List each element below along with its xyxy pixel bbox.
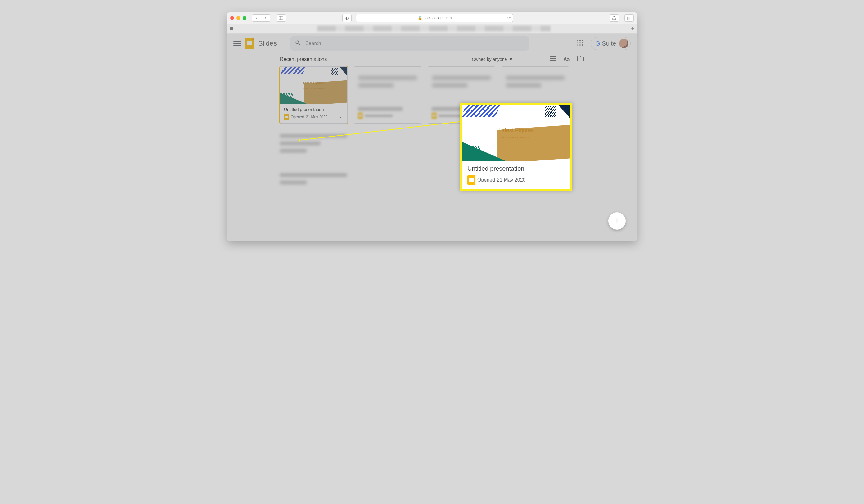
presentation-card-blurred[interactable] bbox=[354, 67, 421, 123]
open-file-picker-icon[interactable] bbox=[577, 56, 584, 63]
new-presentation-fab[interactable]: + bbox=[608, 212, 626, 230]
view-options: AZ↓ bbox=[550, 56, 584, 63]
svg-point-10 bbox=[577, 44, 578, 46]
search-box[interactable]: Search bbox=[290, 36, 529, 51]
avatar[interactable] bbox=[619, 39, 628, 48]
browser-window: ‹ › ◐ 🔒 docs.google.com ⟳ + bbox=[227, 12, 637, 241]
search-icon bbox=[295, 40, 301, 47]
chevron-down-icon: ▼ bbox=[509, 57, 513, 62]
callout-opened-date: 21 May 2020 bbox=[497, 177, 526, 183]
sidebar-toggle-button[interactable] bbox=[277, 14, 286, 22]
tabs-overview-button[interactable] bbox=[624, 14, 634, 22]
opened-prefix: Opened bbox=[291, 115, 304, 119]
section-header: Recent presentations Owned by anyone ▼ A… bbox=[280, 56, 584, 63]
gsuite-account-button[interactable]: GG Suite Suite bbox=[591, 37, 631, 50]
opened-date: 21 May 2020 bbox=[306, 115, 327, 119]
svg-point-12 bbox=[581, 44, 583, 46]
browser-titlebar: ‹ › ◐ 🔒 docs.google.com ⟳ bbox=[227, 12, 637, 24]
sort-az-icon[interactable]: AZ↓ bbox=[563, 57, 571, 62]
svg-rect-0 bbox=[279, 16, 283, 20]
svg-point-6 bbox=[581, 40, 583, 41]
list-view-icon[interactable] bbox=[550, 56, 556, 63]
presentation-title: Untitled presentation bbox=[284, 107, 344, 112]
other-tabs-blurred bbox=[317, 26, 551, 31]
thumb-subtitle: Running Fox Productions bbox=[280, 87, 347, 89]
callout-thumb-title: Latest Figures bbox=[462, 127, 571, 134]
slides-file-icon bbox=[284, 114, 289, 120]
thumb-title: Latest Figures bbox=[280, 81, 347, 85]
content-area: Recent presentations Owned by anyone ▼ A… bbox=[227, 53, 637, 195]
maximize-window-button[interactable] bbox=[243, 16, 247, 20]
callout-thumb-subtitle: Running Fox Productions bbox=[462, 136, 571, 139]
svg-point-8 bbox=[579, 42, 581, 44]
owner-filter-label: Owned by anyone bbox=[472, 57, 507, 62]
main-menu-button[interactable] bbox=[233, 41, 241, 46]
share-button[interactable] bbox=[610, 14, 619, 22]
back-button[interactable]: ‹ bbox=[252, 14, 261, 22]
nav-buttons: ‹ › bbox=[252, 14, 270, 22]
svg-point-4 bbox=[577, 40, 578, 41]
svg-point-5 bbox=[579, 40, 581, 41]
plus-icon: + bbox=[614, 216, 620, 226]
app-header: Slides Search GG Suite Suite bbox=[227, 34, 637, 53]
reader-button[interactable]: ◐ bbox=[342, 14, 352, 22]
window-controls bbox=[230, 16, 247, 20]
forward-button[interactable]: › bbox=[261, 14, 270, 22]
callout-opened-prefix: Opened bbox=[477, 177, 495, 183]
app-name: Slides bbox=[258, 39, 277, 47]
presentation-card-blurred bbox=[280, 169, 347, 195]
svg-point-11 bbox=[579, 44, 581, 46]
presentation-card[interactable]: Latest Figures Running Fox Productions U… bbox=[280, 67, 348, 123]
callout-thumbnail: Latest Figures Running Fox Productions bbox=[462, 105, 571, 161]
tab-strip: + bbox=[227, 24, 637, 34]
presentation-card-callout: Latest Figures Running Fox Productions U… bbox=[460, 103, 572, 191]
slides-logo-icon[interactable] bbox=[245, 38, 254, 49]
lock-icon: 🔒 bbox=[418, 16, 422, 20]
presentation-thumbnail: Latest Figures Running Fox Productions bbox=[280, 67, 347, 104]
google-apps-icon[interactable] bbox=[577, 40, 583, 47]
owner-filter-dropdown[interactable]: Owned by anyone ▼ bbox=[472, 57, 513, 62]
minimize-window-button[interactable] bbox=[237, 16, 240, 20]
presentation-card-blurred bbox=[280, 130, 347, 156]
slides-app: Slides Search GG Suite Suite Recent pres… bbox=[227, 34, 637, 241]
new-tab-button[interactable]: + bbox=[631, 25, 634, 32]
svg-point-7 bbox=[577, 42, 578, 44]
address-bar[interactable]: 🔒 docs.google.com ⟳ bbox=[356, 14, 513, 22]
callout-title: Untitled presentation bbox=[467, 165, 565, 172]
bookmarks-apps-icon[interactable] bbox=[230, 27, 233, 31]
svg-rect-13 bbox=[550, 56, 556, 57]
search-placeholder: Search bbox=[305, 41, 321, 46]
svg-rect-15 bbox=[550, 60, 556, 61]
close-window-button[interactable] bbox=[230, 16, 234, 20]
svg-rect-14 bbox=[550, 58, 556, 59]
svg-point-9 bbox=[581, 42, 583, 44]
reload-icon[interactable]: ⟳ bbox=[507, 16, 511, 20]
section-title: Recent presentations bbox=[280, 57, 327, 62]
url-text: docs.google.com bbox=[424, 16, 452, 20]
svg-rect-3 bbox=[627, 17, 630, 20]
slides-file-icon bbox=[467, 175, 476, 185]
